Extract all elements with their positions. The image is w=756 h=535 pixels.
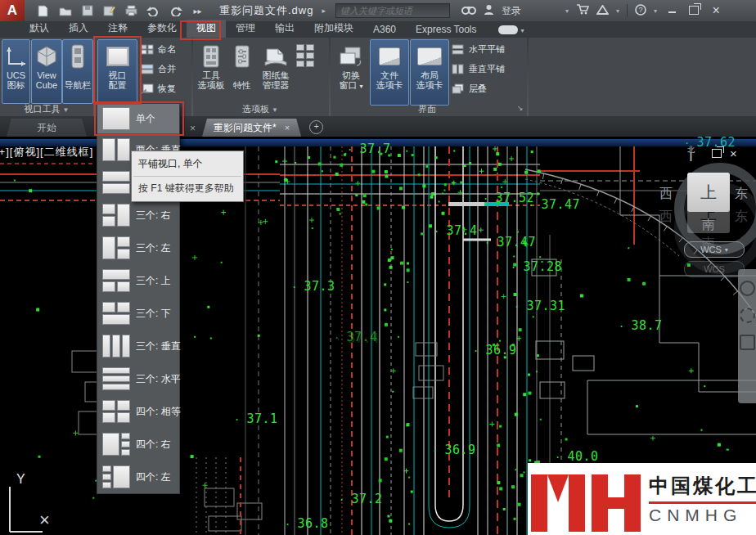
ribbon-toggle-caret-icon[interactable]: ▾ [521,27,524,34]
user-icon[interactable] [484,4,494,17]
cascade-button[interactable]: 层叠 [452,83,487,95]
tab-home[interactable]: 默认 [20,20,59,38]
tab-a360[interactable]: A360 [363,22,406,38]
drawing-close-icon[interactable]: × [730,146,737,160]
elevation-label: 37.4 [434,223,478,238]
cart-icon[interactable] [576,4,589,17]
tab-view[interactable]: 视图 [187,20,226,38]
drawing-restore-icon[interactable] [712,149,722,158]
titlebar-right: 登录 ▾ ▾ ? ▾ × [461,3,723,18]
tile-vertical-icon [452,64,465,74]
named-viewports-button[interactable]: 命名 [141,43,176,56]
viewcube-south-label[interactable]: 南 [702,217,715,234]
restore-viewports-button[interactable]: 恢复 [141,83,176,95]
signin-caret-icon[interactable]: ▾ [565,7,569,15]
join-viewports-button[interactable]: 合并 [141,63,176,75]
autodesk-app-icon[interactable] [596,5,609,17]
elevation-label: 38.7 [619,318,663,333]
viewcube-west-label[interactable]: 西 [659,186,673,203]
panel-label-viewport-tools[interactable]: 视口工具 ▼ [0,101,93,116]
help-icon[interactable]: ? [635,4,646,18]
tab-annotate[interactable]: 注释 [98,20,137,38]
file-tab-start[interactable]: 开始 [7,119,87,137]
menu-item-three-left[interactable]: 三个: 左 [97,232,179,264]
tile-vertically-button[interactable]: 垂直平铺 [452,63,505,75]
tab-manage[interactable]: 管理 [226,20,265,38]
join-viewports-icon [141,64,154,74]
ucs-icon-toggle-button[interactable]: UCS 图标 [2,39,30,104]
panel-launcher-icon[interactable]: ↘ [517,104,524,112]
ribbon-display-toggle[interactable] [498,25,518,34]
viewcube-toggle-button[interactable]: View Cube [31,39,62,104]
switch-windows-button[interactable]: 切换 窗口 ▾ [333,39,369,106]
menu-item-four-left[interactable]: 四个: 左 [97,461,179,493]
app-caret-icon[interactable]: ▾ [616,7,619,15]
ribbon-tab-bar: 默认 插入 注释 参数化 视图 管理 输出 附加模块 A360 Express … [0,21,756,38]
minimize-button[interactable] [664,5,679,17]
save-icon[interactable] [80,5,94,17]
menu-item-three-right[interactable]: 三个: 右 [97,199,179,232]
properties-button[interactable]: 特性 [227,39,257,106]
save-as-icon[interactable] [102,5,116,17]
file-tab-active[interactable]: 重影问题文件*× [202,119,301,137]
tool-palettes-button[interactable]: 工具 选项板 [195,39,227,106]
viewport-configuration-button[interactable]: 视口 配置 [97,39,137,106]
plot-icon[interactable] [124,5,138,17]
menu-item-three-above[interactable]: 三个: 上 [97,264,179,297]
tab-addins[interactable]: 附加模块 [304,20,363,38]
tab-express-tools[interactable]: Express Tools [406,22,486,38]
tile-horizontal-icon [452,44,465,55]
wcs-dropdown[interactable]: WCS▾ [684,241,745,258]
undo-icon[interactable] [146,5,160,17]
wcs-dropdown-ghost: WCS [684,261,745,277]
new-file-icon[interactable] [36,5,50,17]
navigation-bar[interactable] [738,269,756,403]
hidden-tab-close-icon[interactable]: × [190,123,196,134]
tile-horizontally-button[interactable]: 水平平铺 [452,43,505,56]
menu-item-three-below[interactable]: 三个: 下 [97,297,179,330]
sign-in-label[interactable]: 登录 [502,4,521,18]
search-binoculars-icon[interactable] [461,5,476,17]
close-button[interactable]: × [709,3,723,18]
elevation-label: 36.9 [432,443,476,457]
autocad-window: A ▸▸ 重影问题文件.dwg ▸ 登录 ▾ ▾ ? ▾ [0,0,756,535]
menu-item-three-horizontal[interactable]: 三个: 水平 [97,362,179,395]
tab-insert[interactable]: 插入 [59,20,98,38]
file-tabs-toggle-button[interactable]: 文件 选项卡 [370,39,409,106]
title-caret-icon[interactable]: ▸ [322,7,326,15]
qat-more-icon[interactable]: ▸▸ [191,5,205,17]
tab-close-icon[interactable]: × [285,123,290,133]
new-drawing-tab-button[interactable]: + [309,120,323,134]
viewport-layout-icon [102,107,130,130]
restore-button[interactable] [686,5,701,17]
tab-parametric[interactable]: 参数化 [137,20,187,38]
help-caret-icon[interactable]: ▾ [654,7,657,15]
sheet-set-manager-button[interactable]: 图纸集 管理器 [257,39,295,106]
panel-label-palettes[interactable]: 选项板 ▼ [191,101,329,116]
watermark-logo-icon [528,463,642,535]
menu-item-four-right[interactable]: 四个: 右 [97,428,179,461]
navigation-bar-toggle-button[interactable]: 导航栏 [62,39,93,104]
elevation-label: 36.9 [473,343,517,357]
menu-item-single[interactable]: 单个 [97,104,179,133]
palette-small-buttons[interactable] [296,44,314,67]
menu-item-four-equal[interactable]: 四个: 相等 [97,395,179,428]
viewport-controls[interactable]: [+][俯视][二维线框] [0,145,93,160]
navwheel-icon[interactable] [740,281,755,296]
viewcube-north-pin[interactable]: 北┃ [687,146,695,161]
open-folder-icon[interactable] [58,5,72,17]
layout-tabs-toggle-button[interactable]: 布局 选项卡 [410,39,449,106]
viewcube-east-label[interactable]: 东 [735,186,748,203]
orbit-icon[interactable] [740,308,755,323]
menu-item-three-vertical[interactable]: 三个: 垂直 [97,330,179,362]
autocad-logo[interactable]: A [0,0,25,21]
panel-label-interface[interactable]: 界面 [329,101,525,116]
viewcube-face-top[interactable]: 上 [687,173,730,212]
elevation-label: 37.28 [511,259,562,274]
search-input[interactable] [335,3,450,18]
tab-output[interactable]: 输出 [265,20,304,38]
restore-viewports-icon [141,83,154,94]
viewport-layout-icon [102,302,130,325]
showmotion-icon[interactable] [740,335,755,350]
redo-icon[interactable] [169,5,182,17]
